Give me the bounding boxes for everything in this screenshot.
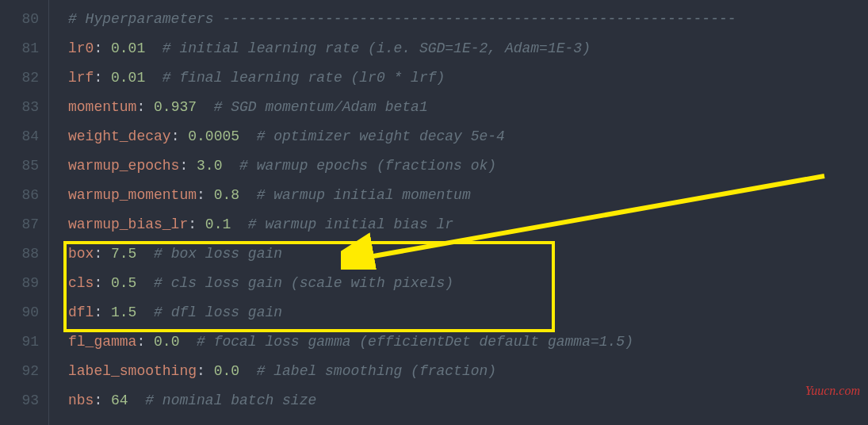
yaml-value: 1.5 xyxy=(111,304,136,320)
code-editor: 80 81 82 83 84 85 86 87 88 89 90 91 92 9… xyxy=(0,0,868,425)
colon: : xyxy=(197,363,214,379)
colon: : xyxy=(94,70,111,86)
code-comment: # nominal batch size xyxy=(145,392,316,408)
yaml-key: label_smoothing xyxy=(68,363,197,379)
code-comment: # optimizer weight decay 5e-4 xyxy=(257,128,505,144)
line-number: 92 xyxy=(6,357,39,386)
code-line[interactable]: warmup_momentum: 0.8 # warmup initial mo… xyxy=(68,181,868,210)
code-comment: # warmup epochs (fractions ok) xyxy=(239,158,496,174)
yaml-key: warmup_epochs xyxy=(68,158,179,174)
line-number: 84 xyxy=(6,122,39,151)
colon: : xyxy=(136,99,154,115)
colon: : xyxy=(94,40,111,56)
colon: : xyxy=(94,304,111,320)
line-number: 80 xyxy=(6,5,39,34)
code-comment: # label smoothing (fraction) xyxy=(257,363,496,379)
yaml-key: momentum xyxy=(68,99,136,115)
line-number-gutter: 80 81 82 83 84 85 86 87 88 89 90 91 92 9… xyxy=(0,0,49,425)
code-line[interactable]: box: 7.5 # box loss gain xyxy=(68,239,868,269)
line-number: 82 xyxy=(6,63,39,93)
code-line[interactable]: label_smoothing: 0.0 # label smoothing (… xyxy=(68,357,868,386)
code-comment: # warmup initial bias lr xyxy=(248,216,453,232)
code-comment: # cls loss gain (scale with pixels) xyxy=(154,275,453,291)
code-line[interactable]: warmup_epochs: 3.0 # warmup epochs (frac… xyxy=(68,151,868,181)
code-comment: # final learning rate (lr0 * lrf) xyxy=(163,70,445,86)
line-number: 87 xyxy=(6,210,39,239)
colon: : xyxy=(136,334,154,350)
yaml-value: 0.01 xyxy=(111,70,145,86)
yaml-value: 0.8 xyxy=(214,187,239,203)
line-number: 93 xyxy=(6,386,39,415)
yaml-key: weight_decay xyxy=(68,128,171,144)
yaml-key: warmup_momentum xyxy=(68,187,197,203)
colon: : xyxy=(171,128,189,144)
yaml-key: box xyxy=(68,246,94,262)
yaml-value: 0.0 xyxy=(154,334,179,350)
line-number: 88 xyxy=(6,239,39,269)
code-comment: # initial learning rate (i.e. SGD=1E-2, … xyxy=(163,40,591,56)
colon: : xyxy=(179,158,197,174)
code-line[interactable]: lrf: 0.01 # final learning rate (lr0 * l… xyxy=(68,63,868,93)
code-line[interactable]: lr0: 0.01 # initial learning rate (i.e. … xyxy=(68,34,868,63)
colon: : xyxy=(188,216,205,232)
yaml-value: 0.0 xyxy=(214,363,239,379)
yaml-key: lr0 xyxy=(68,40,94,56)
line-number: 90 xyxy=(6,298,39,327)
yaml-value: 7.5 xyxy=(111,246,136,262)
code-comment: # focal loss gamma (efficientDet default… xyxy=(197,334,633,350)
yaml-key: lrf xyxy=(68,70,94,86)
code-content[interactable]: # Hyperparameters ----------------------… xyxy=(49,0,868,425)
code-line[interactable]: momentum: 0.937 # SGD momentum/Adam beta… xyxy=(68,93,868,122)
code-comment: # dfl loss gain xyxy=(154,304,282,320)
code-comment: # SGD momentum/Adam beta1 xyxy=(214,99,428,115)
yaml-value: 0.01 xyxy=(111,40,145,56)
yaml-value: 0.5 xyxy=(111,275,136,291)
yaml-value: 64 xyxy=(111,392,128,408)
yaml-value: 3.0 xyxy=(197,158,222,174)
colon: : xyxy=(94,392,111,408)
line-number: 85 xyxy=(6,151,39,181)
yaml-key: dfl xyxy=(68,304,94,320)
line-number: 89 xyxy=(6,269,39,298)
yaml-key: nbs xyxy=(68,392,94,408)
yaml-value: 0.1 xyxy=(205,216,231,232)
watermark-text: Yuucn.com xyxy=(805,379,860,403)
code-comment: # warmup initial momentum xyxy=(257,187,471,203)
colon: : xyxy=(94,246,111,262)
yaml-key: cls xyxy=(68,275,94,291)
yaml-value: 0.937 xyxy=(154,99,197,115)
code-comment: # Hyperparameters ----------------------… xyxy=(68,11,736,27)
line-number: 81 xyxy=(6,34,39,63)
line-number: 91 xyxy=(6,327,39,357)
code-comment: # box loss gain xyxy=(154,246,282,262)
code-line[interactable]: nbs: 64 # nominal batch size xyxy=(68,386,868,415)
code-line[interactable]: dfl: 1.5 # dfl loss gain xyxy=(68,298,868,327)
code-line[interactable]: fl_gamma: 0.0 # focal loss gamma (effici… xyxy=(68,327,868,357)
code-line[interactable]: cls: 0.5 # cls loss gain (scale with pix… xyxy=(68,269,868,298)
yaml-value: 0.0005 xyxy=(188,128,239,144)
yaml-key: fl_gamma xyxy=(68,334,136,350)
code-line[interactable]: weight_decay: 0.0005 # optimizer weight … xyxy=(68,122,868,151)
colon: : xyxy=(197,187,214,203)
colon: : xyxy=(94,275,111,291)
code-line[interactable]: warmup_bias_lr: 0.1 # warmup initial bia… xyxy=(68,210,868,239)
yaml-key: warmup_bias_lr xyxy=(68,216,188,232)
line-number: 83 xyxy=(6,93,39,122)
line-number: 86 xyxy=(6,181,39,210)
code-line[interactable]: # Hyperparameters ----------------------… xyxy=(68,5,868,34)
